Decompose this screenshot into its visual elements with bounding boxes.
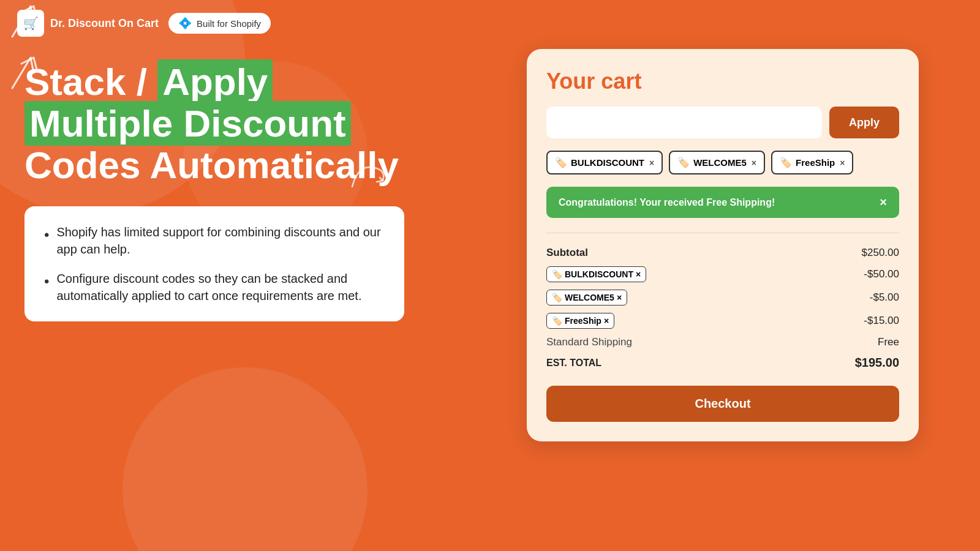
headline-line3: Codes Automatically (24, 144, 404, 186)
success-banner: Congratulations! Your received Free Ship… (546, 187, 899, 218)
subtotal-row: Subtotal $250.00 (546, 243, 899, 263)
coupon-row: Apply (546, 107, 899, 138)
discount-tag-welcome5[interactable]: 🏷️ WELCOME5 × (546, 290, 627, 305)
bg-decoration-2 (123, 367, 368, 551)
discount-tag-bulkdiscount[interactable]: 🏷️ BULKDISCOUNT × (546, 266, 646, 282)
discount-tag-icon-1: 🏷️ (552, 269, 562, 279)
logo-icon: 🛒 (17, 10, 44, 37)
headline-line1: Stack / Apply (24, 61, 404, 103)
discount-row-freeship: 🏷️ FreeShip × -$15.00 (546, 309, 899, 332)
tag-icon-2: 🏷️ (677, 157, 690, 168)
feature-text-2: Configure discount codes so they can be … (56, 270, 385, 304)
remove-welcome5-icon[interactable]: × (752, 158, 756, 168)
coupon-input[interactable] (546, 107, 822, 138)
code-tag-welcome5[interactable]: 🏷️ WELCOME5 × (669, 151, 765, 174)
feature-text-1: Shopify has limited support for combinin… (56, 223, 385, 258)
cart-title: Your cart (546, 69, 899, 94)
bullet-1: • (44, 225, 49, 246)
subtotal-value: $250.00 (862, 247, 899, 259)
bullet-2: • (44, 271, 49, 292)
total-label: EST. TOTAL (546, 358, 601, 369)
shipping-label: Standard Shipping (546, 336, 632, 348)
code-tag-bulkdiscount[interactable]: 🏷️ BULKDISCOUNT × (546, 151, 663, 174)
shopify-check-icon: 💠 (178, 17, 192, 30)
code-label-freeship: FreeShip (796, 157, 835, 168)
headline-highlight-multiple: Multiple Discount (24, 101, 351, 146)
order-summary: Subtotal $250.00 🏷️ BULKDISCOUNT × -$50.… (546, 233, 899, 373)
headline-highlight-apply: Apply (157, 59, 273, 104)
discount-row-welcome5: 🏷️ WELCOME5 × -$5.00 (546, 286, 899, 309)
header: 🛒 Dr. Discount On Cart 💠 Built for Shopi… (0, 0, 980, 47)
checkout-button[interactable]: Checkout (546, 386, 899, 422)
discount-tag-icon-3: 🏷️ (552, 316, 562, 326)
tag-icon-3: 🏷️ (780, 157, 792, 168)
code-label-welcome5: WELCOME5 (693, 157, 747, 168)
discount-value-bulkdiscount: -$50.00 (864, 268, 899, 280)
success-message: Congratulations! Your received Free Ship… (559, 197, 775, 208)
discount-tag-code-3: FreeShip (565, 316, 601, 326)
remove-freeship-icon[interactable]: × (840, 158, 845, 168)
discount-tag-remove-2[interactable]: × (617, 293, 622, 302)
total-value: $195.00 (855, 356, 899, 370)
feature-item-2: • Configure discount codes so they can b… (44, 270, 385, 304)
shipping-row: Standard Shipping Free (546, 332, 899, 352)
logo-area: 🛒 Dr. Discount On Cart (17, 10, 159, 37)
discount-value-freeship: -$15.00 (864, 315, 899, 327)
feature-item-1: • Shopify has limited support for combin… (44, 223, 385, 258)
logo-text: Dr. Discount On Cart (50, 17, 159, 30)
discount-tag-icon-2: 🏷️ (552, 293, 562, 302)
discount-tag-remove-3[interactable]: × (604, 316, 609, 326)
code-label-bulkdiscount: BULKDISCOUNT (571, 157, 644, 168)
headline: Stack / Apply Multiple Discount Codes Au… (24, 61, 404, 187)
shipping-value: Free (878, 336, 899, 348)
total-row: EST. TOTAL $195.00 (546, 352, 899, 373)
left-content: Stack / Apply Multiple Discount Codes Au… (24, 61, 404, 321)
applied-codes-row: 🏷️ BULKDISCOUNT × 🏷️ WELCOME5 × 🏷️ FreeS… (546, 151, 899, 174)
tag-icon-1: 🏷️ (555, 157, 567, 168)
discount-tag-freeship[interactable]: 🏷️ FreeShip × (546, 313, 614, 329)
headline-line2: Multiple Discount (24, 103, 404, 144)
success-close-button[interactable]: × (880, 195, 887, 209)
apply-button[interactable]: Apply (829, 107, 899, 138)
discount-tag-remove-1[interactable]: × (636, 269, 641, 279)
code-tag-freeship[interactable]: 🏷️ FreeShip × (771, 151, 853, 174)
features-box: • Shopify has limited support for combin… (24, 206, 404, 321)
discount-tag-code-1: BULKDISCOUNT (565, 269, 633, 279)
shopify-badge: 💠 Built for Shopify (168, 13, 271, 34)
discount-row-bulkdiscount: 🏷️ BULKDISCOUNT × -$50.00 (546, 263, 899, 286)
discount-tag-code-2: WELCOME5 (565, 293, 614, 302)
shopify-badge-text: Built for Shopify (197, 18, 261, 29)
cart-panel: Your cart Apply 🏷️ BULKDISCOUNT × 🏷️ WEL… (527, 49, 919, 441)
remove-bulkdiscount-icon[interactable]: × (649, 158, 654, 168)
subtotal-label: Subtotal (546, 247, 588, 259)
discount-value-welcome5: -$5.00 (870, 291, 899, 304)
